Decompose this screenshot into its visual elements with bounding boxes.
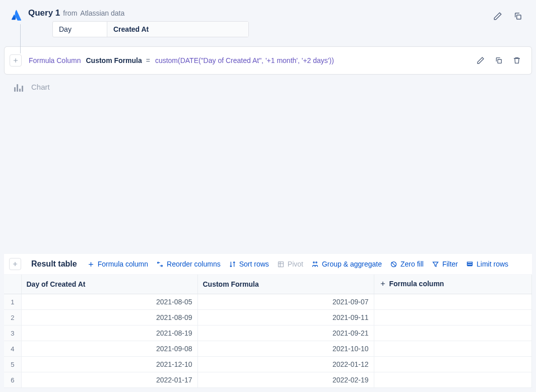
row-number: 4 bbox=[4, 341, 21, 357]
granularity-cell[interactable]: Day bbox=[53, 22, 107, 37]
filter-button[interactable]: Filter bbox=[432, 260, 458, 268]
limit-rows-label: Limit rows bbox=[477, 260, 508, 268]
svg-rect-1 bbox=[498, 59, 501, 63]
reorder-columns-label: Reorder columns bbox=[167, 260, 221, 268]
pivot-button: Pivot bbox=[277, 260, 303, 268]
sort-rows-button[interactable]: Sort rows bbox=[229, 260, 269, 268]
query-connector-line bbox=[20, 24, 21, 53]
equals-sign: = bbox=[146, 56, 150, 64]
cell-day: 2021-12-10 bbox=[21, 357, 197, 372]
cell-day: 2021-08-09 bbox=[21, 310, 197, 325]
zero-fill-label: Zero fill bbox=[400, 260, 424, 268]
cell-custom-formula: 2021-09-11 bbox=[197, 310, 374, 325]
cell-day: 2021-09-08 bbox=[21, 341, 197, 357]
result-table-title: Result table bbox=[31, 259, 77, 269]
cell-empty bbox=[374, 294, 532, 310]
svg-rect-2 bbox=[278, 262, 283, 267]
cell-empty bbox=[374, 372, 532, 388]
table-row[interactable]: 52021-12-102022-01-12 bbox=[4, 357, 532, 372]
sort-rows-label: Sort rows bbox=[239, 260, 269, 268]
cell-empty bbox=[374, 357, 532, 372]
cell-custom-formula: 2022-02-19 bbox=[197, 372, 374, 388]
column-selector[interactable]: Day Created At bbox=[52, 21, 249, 37]
table-row[interactable]: 12021-08-052021-09-07 bbox=[4, 294, 532, 310]
filter-label: Filter bbox=[442, 260, 458, 268]
duplicate-query-button[interactable] bbox=[510, 8, 526, 24]
add-result-step-button[interactable] bbox=[9, 258, 21, 270]
pivot-label: Pivot bbox=[288, 260, 303, 268]
reorder-columns-button[interactable]: Reorder columns bbox=[156, 260, 221, 268]
row-number: 5 bbox=[4, 357, 21, 372]
svg-rect-6 bbox=[467, 262, 473, 264]
query-title: Query 1 bbox=[28, 8, 60, 18]
table-row[interactable]: 22021-08-092021-09-11 bbox=[4, 310, 532, 325]
chart-label[interactable]: Chart bbox=[31, 83, 50, 91]
duplicate-formula-button[interactable] bbox=[491, 53, 506, 68]
cell-custom-formula: 2021-09-21 bbox=[197, 325, 374, 341]
table-row[interactable]: 42021-09-082021-10-10 bbox=[4, 341, 532, 357]
col-header-add-label: Formula column bbox=[389, 280, 444, 288]
svg-rect-0 bbox=[517, 15, 521, 19]
group-aggregate-label: Group & aggregate bbox=[322, 260, 382, 268]
col-header-day[interactable]: Day of Created At bbox=[21, 275, 197, 294]
limit-rows-button[interactable]: Limit rows bbox=[466, 260, 508, 268]
formula-expression[interactable]: custom(DATE("Day of Created At", '+1 mon… bbox=[155, 56, 334, 64]
formula-column-label: Formula Column bbox=[29, 56, 81, 64]
formula-card: Formula Column Custom Formula = custom(D… bbox=[4, 46, 532, 75]
cell-custom-formula: 2022-01-12 bbox=[197, 357, 374, 372]
rownum-header bbox=[4, 275, 21, 294]
formula-column-button[interactable]: Formula column bbox=[87, 260, 148, 268]
edit-query-button[interactable] bbox=[490, 8, 506, 24]
from-label: from bbox=[63, 9, 77, 17]
delete-formula-button[interactable] bbox=[509, 53, 524, 68]
col-header-add[interactable]: Formula column bbox=[374, 275, 532, 294]
row-number: 2 bbox=[4, 310, 21, 325]
result-table: Day of Created At Custom Formula Formula… bbox=[4, 275, 532, 388]
cell-day: 2022-01-17 bbox=[21, 372, 197, 388]
group-aggregate-button[interactable]: Group & aggregate bbox=[311, 260, 382, 268]
svg-point-4 bbox=[316, 262, 317, 263]
row-number: 6 bbox=[4, 372, 21, 388]
cell-day: 2021-08-19 bbox=[21, 325, 197, 341]
atlassian-icon bbox=[10, 9, 22, 21]
edit-formula-button[interactable] bbox=[473, 53, 488, 68]
row-number: 3 bbox=[4, 325, 21, 341]
column-cell[interactable]: Created At bbox=[107, 22, 248, 37]
cell-custom-formula: 2021-09-07 bbox=[197, 294, 374, 310]
zero-fill-button[interactable]: Zero fill bbox=[390, 260, 424, 268]
cell-empty bbox=[374, 325, 532, 341]
col-header-custom-formula[interactable]: Custom Formula bbox=[197, 275, 374, 294]
formula-name: Custom Formula bbox=[86, 56, 142, 64]
table-row[interactable]: 32021-08-192021-09-21 bbox=[4, 325, 532, 341]
add-step-button[interactable] bbox=[10, 54, 22, 67]
cell-custom-formula: 2021-10-10 bbox=[197, 341, 374, 357]
table-row[interactable]: 62022-01-172022-02-19 bbox=[4, 372, 532, 388]
formula-column-button-label: Formula column bbox=[98, 260, 148, 268]
svg-point-3 bbox=[313, 262, 315, 263]
cell-day: 2021-08-05 bbox=[21, 294, 197, 310]
row-number: 1 bbox=[4, 294, 21, 310]
data-source-label[interactable]: Atlassian data bbox=[80, 9, 124, 17]
chart-icon bbox=[14, 82, 24, 92]
svg-rect-7 bbox=[467, 264, 473, 265]
cell-empty bbox=[374, 341, 532, 357]
cell-empty bbox=[374, 310, 532, 325]
